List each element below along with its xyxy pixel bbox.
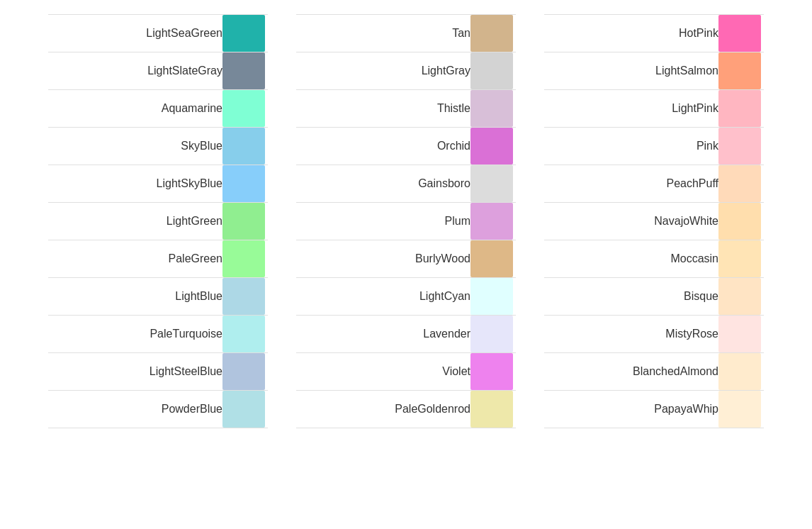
color-swatch-cell: [222, 15, 268, 52]
table-row: NavajoWhite: [544, 203, 764, 240]
color-name: Bisque: [544, 278, 718, 316]
color-swatch-cell: [718, 316, 764, 353]
color-name: LightBlue: [48, 278, 222, 316]
color-swatch: [470, 203, 513, 240]
color-swatch: [718, 52, 761, 89]
color-name: LightCyan: [296, 278, 470, 316]
color-swatch: [470, 15, 513, 52]
color-name: Orchid: [296, 128, 470, 165]
color-name: MistyRose: [544, 316, 718, 353]
color-swatch: [222, 90, 265, 127]
columns-container: LightSeaGreenLightSlateGrayAquamarineSky…: [48, 14, 764, 428]
color-name: Aquamarine: [48, 90, 222, 128]
color-swatch: [470, 316, 513, 352]
color-swatch: [718, 165, 761, 202]
color-name: Pink: [544, 128, 718, 165]
color-swatch: [222, 52, 265, 89]
table-row: LightPink: [544, 90, 764, 128]
color-name: PaleGreen: [48, 240, 222, 278]
color-name: LightGreen: [48, 203, 222, 240]
color-name: PaleGoldenrod: [296, 391, 470, 428]
table-row: PapayaWhip: [544, 391, 764, 428]
table-row: Thistle: [296, 90, 516, 128]
color-swatch-cell: [718, 15, 764, 52]
color-swatch-cell: [470, 203, 516, 240]
color-swatch: [718, 240, 761, 277]
color-swatch-cell: [222, 165, 268, 203]
table-row: PaleTurquoise: [48, 316, 268, 353]
color-name: NavajoWhite: [544, 203, 718, 240]
color-table-3: HotPinkLightSalmonLightPinkPinkPeachPuff…: [544, 14, 764, 428]
table-row: LightSteelBlue: [48, 353, 268, 391]
color-swatch-cell: [718, 128, 764, 165]
table-row: BlanchedAlmond: [544, 353, 764, 391]
color-swatch-cell: [470, 391, 516, 428]
color-swatch: [718, 353, 761, 390]
color-name: BlanchedAlmond: [544, 353, 718, 391]
table-row: LightSkyBlue: [48, 165, 268, 203]
color-swatch-cell: [222, 353, 268, 391]
color-swatch: [222, 391, 265, 428]
color-swatch: [470, 278, 513, 315]
color-name: LightPink: [544, 90, 718, 128]
table-row: Violet: [296, 353, 516, 391]
color-swatch: [718, 203, 761, 240]
color-swatch: [222, 165, 265, 202]
table-row: PowderBlue: [48, 391, 268, 428]
table-row: LightBlue: [48, 278, 268, 316]
color-swatch: [470, 128, 513, 165]
color-swatch-cell: [470, 278, 516, 316]
color-swatch: [222, 128, 265, 165]
color-swatch-cell: [470, 316, 516, 353]
color-swatch-cell: [470, 90, 516, 128]
color-swatch-cell: [222, 128, 268, 165]
color-swatch: [718, 278, 761, 315]
table-row: Orchid: [296, 128, 516, 165]
color-swatch: [222, 203, 265, 240]
color-swatch: [470, 90, 513, 127]
color-name: Violet: [296, 353, 470, 391]
color-swatch-cell: [222, 240, 268, 278]
color-name: LightSteelBlue: [48, 353, 222, 391]
table-row: LightCyan: [296, 278, 516, 316]
table-row: LightSeaGreen: [48, 15, 268, 52]
color-swatch-cell: [222, 90, 268, 128]
color-swatch: [222, 278, 265, 315]
color-swatch-cell: [718, 240, 764, 278]
color-swatch: [718, 391, 761, 428]
color-swatch-cell: [470, 165, 516, 203]
table-row: Bisque: [544, 278, 764, 316]
color-name: PowderBlue: [48, 391, 222, 428]
color-swatch-cell: [470, 128, 516, 165]
color-swatch-cell: [718, 165, 764, 203]
color-swatch-cell: [222, 52, 268, 90]
table-row: BurlyWood: [296, 240, 516, 278]
color-name: SkyBlue: [48, 128, 222, 165]
color-name: HotPink: [544, 15, 718, 52]
color-swatch: [718, 90, 761, 127]
color-swatch-cell: [718, 391, 764, 428]
color-swatch: [718, 15, 761, 52]
color-name: Gainsboro: [296, 165, 470, 203]
color-swatch: [470, 52, 513, 89]
table-row: MistyRose: [544, 316, 764, 353]
color-swatch-cell: [470, 15, 516, 52]
table-row: LightGreen: [48, 203, 268, 240]
color-swatch-cell: [222, 316, 268, 353]
color-name: PaleTurquoise: [48, 316, 222, 353]
color-swatch-cell: [222, 391, 268, 428]
color-name: PapayaWhip: [544, 391, 718, 428]
table-row: Moccasin: [544, 240, 764, 278]
color-name: Lavender: [296, 316, 470, 353]
color-swatch: [718, 128, 761, 165]
table-row: Aquamarine: [48, 90, 268, 128]
color-name: Thistle: [296, 90, 470, 128]
table-row: LightGray: [296, 52, 516, 90]
color-swatch-cell: [222, 203, 268, 240]
table-row: Gainsboro: [296, 165, 516, 203]
color-swatch-cell: [718, 278, 764, 316]
table-row: Tan: [296, 15, 516, 52]
color-name: LightSkyBlue: [48, 165, 222, 203]
color-name: Plum: [296, 203, 470, 240]
table-row: LightSlateGray: [48, 52, 268, 90]
